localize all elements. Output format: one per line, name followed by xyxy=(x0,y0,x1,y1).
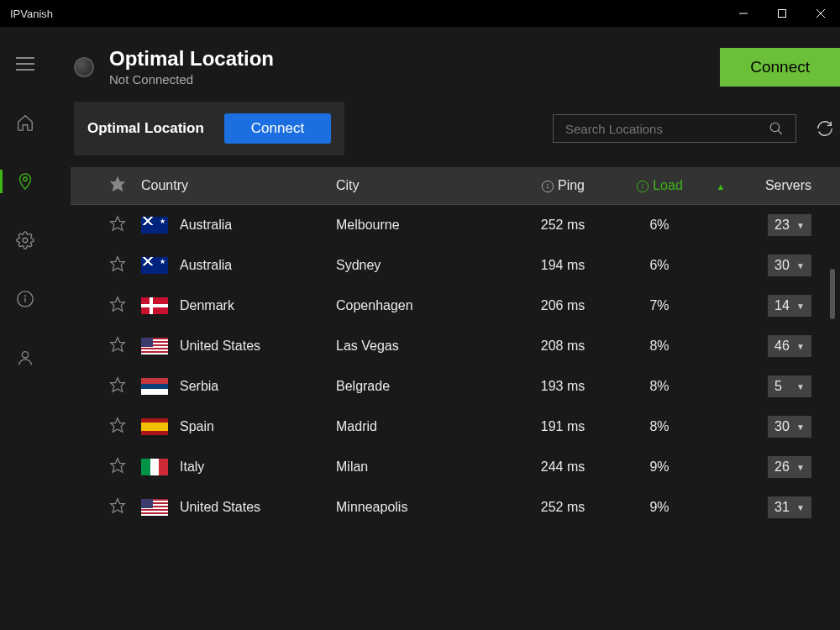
svg-point-15 xyxy=(548,184,549,185)
refresh-button[interactable] xyxy=(810,113,840,144)
sort-indicator[interactable]: ▲ xyxy=(706,178,736,193)
close-button[interactable] xyxy=(801,0,840,27)
search-input[interactable] xyxy=(565,122,769,136)
connect-button[interactable]: Connect xyxy=(720,48,840,87)
favorites-column[interactable] xyxy=(94,176,141,196)
favorite-toggle[interactable] xyxy=(94,336,141,356)
settings-button[interactable] xyxy=(0,223,50,257)
country-cell: Australia xyxy=(141,217,336,234)
home-button[interactable] xyxy=(0,106,50,139)
servers-dropdown[interactable]: 26▼ xyxy=(768,456,811,478)
gear-icon xyxy=(16,231,34,249)
country-cell: Denmark xyxy=(141,297,336,314)
server-row[interactable]: SerbiaBelgrade193 ms8%5▼ xyxy=(71,366,840,407)
chevron-down-icon: ▼ xyxy=(796,382,805,391)
flag-icon xyxy=(141,338,168,354)
servers-cell: 23▼ xyxy=(736,214,820,236)
svg-point-4 xyxy=(24,177,28,181)
ping-cell: 194 ms xyxy=(512,258,613,273)
load-cell: 8% xyxy=(613,339,706,354)
location-icon xyxy=(16,172,34,191)
svg-rect-1 xyxy=(779,10,786,18)
hamburger-icon xyxy=(16,57,34,71)
server-row[interactable]: United StatesMinneapolis252 ms9%31▼ xyxy=(71,487,840,528)
servers-dropdown[interactable]: 31▼ xyxy=(768,496,811,518)
servers-cell: 5▼ xyxy=(736,375,820,397)
user-icon xyxy=(16,349,34,367)
info-button[interactable] xyxy=(0,282,50,316)
servers-dropdown[interactable]: 30▼ xyxy=(768,255,811,276)
sidebar xyxy=(0,27,50,630)
menu-button[interactable] xyxy=(0,47,50,81)
svg-marker-25 xyxy=(111,459,125,473)
svg-marker-21 xyxy=(111,297,125,312)
servers-dropdown[interactable]: 14▼ xyxy=(768,295,811,317)
favorite-toggle[interactable] xyxy=(94,215,141,235)
optimal-location-label: Optimal Location xyxy=(87,120,204,137)
load-header[interactable]: Load xyxy=(613,178,706,193)
locations-button[interactable] xyxy=(0,165,50,198)
flag-icon xyxy=(141,459,168,475)
refresh-icon xyxy=(816,119,834,138)
servers-dropdown[interactable]: 30▼ xyxy=(768,416,811,438)
ping-header[interactable]: Ping xyxy=(512,178,613,193)
servers-cell: 31▼ xyxy=(736,496,820,518)
star-outline-icon xyxy=(109,417,126,437)
servers-header[interactable]: Servers xyxy=(736,178,820,193)
city-cell: Minneapolis xyxy=(336,500,512,515)
chevron-down-icon: ▼ xyxy=(796,423,805,432)
servers-cell: 30▼ xyxy=(736,416,820,438)
flag-icon xyxy=(141,418,168,435)
favorite-toggle[interactable] xyxy=(94,255,141,276)
favorite-toggle[interactable] xyxy=(94,417,141,437)
server-row[interactable]: United StatesLas Vegas208 ms8%46▼ xyxy=(71,326,840,366)
titlebar: IPVanish xyxy=(0,0,840,27)
svg-point-10 xyxy=(770,123,780,132)
city-cell: Sydney xyxy=(336,258,512,273)
maximize-button[interactable] xyxy=(763,0,801,27)
servers-dropdown[interactable]: 5▼ xyxy=(768,375,811,397)
svg-marker-12 xyxy=(111,177,125,192)
server-row[interactable]: DenmarkCopenhagen206 ms7%14▼ xyxy=(71,286,840,326)
server-row[interactable]: SpainMadrid191 ms8%30▼ xyxy=(71,407,840,447)
svg-marker-22 xyxy=(111,338,125,352)
table-header: Country City Ping Load ▲ Servers xyxy=(71,167,840,205)
country-header[interactable]: Country xyxy=(141,178,336,193)
server-row[interactable]: ItalyMilan244 ms9%26▼ xyxy=(71,447,840,487)
city-cell: Belgrade xyxy=(336,379,512,394)
svg-marker-20 xyxy=(111,257,125,271)
favorite-toggle[interactable] xyxy=(94,296,141,316)
ping-cell: 252 ms xyxy=(512,218,613,233)
scrollbar[interactable] xyxy=(830,269,835,319)
info-icon xyxy=(636,180,649,193)
servers-dropdown[interactable]: 46▼ xyxy=(768,335,811,357)
svg-line-11 xyxy=(778,130,782,134)
search-box[interactable] xyxy=(553,114,796,143)
load-cell: 9% xyxy=(613,500,706,515)
city-cell: Copenhagen xyxy=(336,298,512,313)
server-row[interactable]: AustraliaMelbourne252 ms6%23▼ xyxy=(71,205,840,245)
info-icon xyxy=(541,180,554,193)
account-button[interactable] xyxy=(0,341,50,375)
connect-optimal-button[interactable]: Connect xyxy=(224,113,331,144)
svg-point-5 xyxy=(23,238,28,243)
sort-asc-icon: ▲ xyxy=(717,181,726,192)
minimize-button[interactable] xyxy=(724,0,763,27)
favorite-toggle[interactable] xyxy=(94,376,141,396)
country-cell: United States xyxy=(141,499,336,516)
flag-icon xyxy=(141,297,168,314)
chevron-down-icon: ▼ xyxy=(796,261,805,270)
favorite-toggle[interactable] xyxy=(94,497,141,517)
location-title: Optimal Location xyxy=(109,47,720,71)
ping-cell: 244 ms xyxy=(512,459,613,475)
star-outline-icon xyxy=(109,457,126,477)
servers-dropdown[interactable]: 23▼ xyxy=(768,214,811,236)
city-header[interactable]: City xyxy=(336,178,512,193)
load-cell: 9% xyxy=(613,459,706,475)
svg-marker-26 xyxy=(111,499,125,513)
load-cell: 6% xyxy=(613,258,706,273)
load-cell: 8% xyxy=(613,419,706,434)
city-cell: Las Vegas xyxy=(336,339,512,354)
server-row[interactable]: AustraliaSydney194 ms6%30▼ xyxy=(71,245,840,286)
favorite-toggle[interactable] xyxy=(94,457,141,477)
